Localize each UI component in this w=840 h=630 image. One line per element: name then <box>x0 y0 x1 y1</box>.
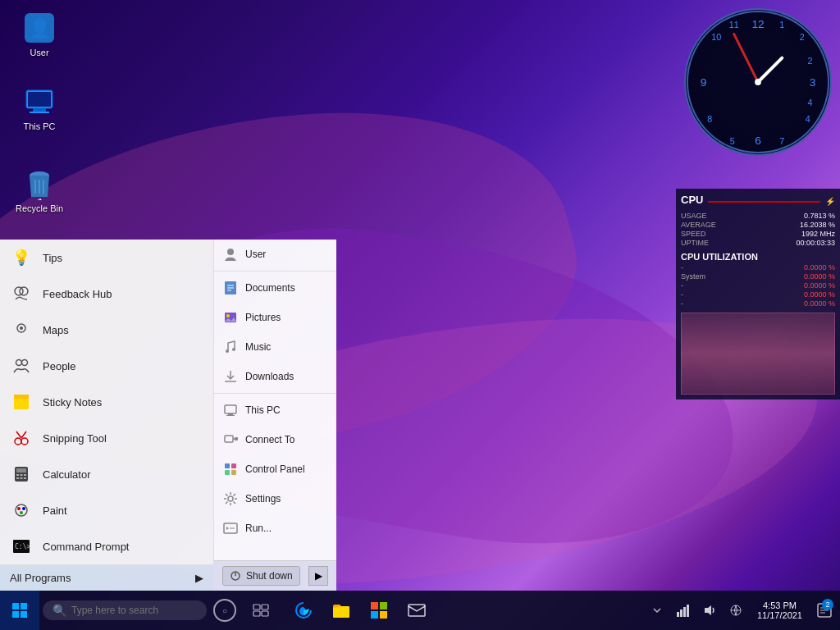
run-menu-icon <box>222 520 239 536</box>
svg-text:1: 1 <box>779 20 784 30</box>
power-icon <box>230 570 241 582</box>
people-icon <box>10 354 33 377</box>
start-menu-item-calculator[interactable]: Calculator <box>0 456 213 492</box>
desktop: 👤 User This PC ♻ Recycle Bin <box>0 0 840 630</box>
svg-point-34 <box>15 438 21 445</box>
cortana-button[interactable]: ○ <box>207 592 243 628</box>
tray-sound-button[interactable] <box>698 592 721 628</box>
start-menu-item-sticky-notes[interactable]: Sticky Notes <box>0 384 213 420</box>
shutdown-button[interactable]: Shut down <box>222 566 300 586</box>
cpu-average-label: AVERAGE <box>681 221 716 229</box>
paint-icon <box>10 499 33 522</box>
desktop-icon-recycle-bin[interactable]: ♻ Recycle Bin <box>7 164 72 217</box>
right-menu-item-connect-to[interactable]: Connect To <box>214 425 336 454</box>
svg-text:7: 7 <box>779 136 784 146</box>
file-explorer-icon <box>331 600 351 620</box>
user-menu-icon <box>222 246 239 262</box>
right-menu-item-pictures[interactable]: Pictures <box>214 303 336 332</box>
right-menu-item-music[interactable]: Music <box>214 332 336 362</box>
all-programs-button[interactable]: All Programs ▶ <box>0 564 213 591</box>
paint-label: Paint <box>43 504 67 517</box>
svg-text:👤: 👤 <box>29 17 52 39</box>
cpu-util-row-3: - 0.0000 % <box>681 290 835 299</box>
clock-date: 11/17/2021 <box>757 610 802 620</box>
right-menu-item-user[interactable]: User <box>214 240 336 269</box>
taskbar-pinned-apps <box>285 592 435 628</box>
right-menu-item-documents[interactable]: Documents <box>214 273 336 303</box>
clock-time: 4:53 PM <box>763 600 797 610</box>
right-menu-item-control-panel[interactable]: Control Panel <box>214 454 336 484</box>
recycle-bin-icon: ♻ <box>23 167 56 200</box>
svg-point-25 <box>755 79 761 85</box>
svg-rect-82 <box>262 605 268 609</box>
svg-rect-5 <box>28 92 51 107</box>
svg-text:♻: ♻ <box>37 198 43 200</box>
svg-rect-94 <box>687 605 689 617</box>
search-bar[interactable]: 🔍 <box>43 600 207 620</box>
right-menu-item-downloads[interactable]: Downloads <box>214 362 336 391</box>
start-button[interactable] <box>0 591 39 630</box>
music-menu-icon <box>222 339 239 355</box>
tray-view-hidden-button[interactable] <box>646 592 669 628</box>
right-menu-item-settings[interactable]: Settings <box>214 484 336 514</box>
svg-text:6: 6 <box>755 135 761 147</box>
svg-text:9: 9 <box>701 76 707 89</box>
cpu-usage-val: 0.7813 % <box>804 212 835 220</box>
tips-label: Tips <box>43 252 62 264</box>
start-menu-item-maps[interactable]: Maps <box>0 312 213 348</box>
time-display[interactable]: 4:53 PM 11/17/2021 <box>751 600 809 620</box>
svg-point-60 <box>232 348 235 351</box>
svg-rect-87 <box>380 602 387 609</box>
task-view-button[interactable] <box>243 592 279 628</box>
right-menu-item-run[interactable]: Run... <box>214 514 336 543</box>
start-menu-item-tips[interactable]: 💡 Tips <box>0 240 213 276</box>
tray-language-button[interactable] <box>724 592 747 628</box>
cpu-chart <box>681 313 835 395</box>
svg-rect-43 <box>16 477 19 479</box>
this-pc-icon <box>23 85 56 118</box>
start-menu-item-paint[interactable]: Paint <box>0 492 213 528</box>
start-menu-item-command-prompt[interactable]: C:\>_ Command Prompt <box>0 528 213 564</box>
desktop-icon-this-pc[interactable]: This PC <box>7 82 72 135</box>
right-menu-item-this-pc[interactable]: This PC <box>214 395 336 425</box>
documents-menu-icon <box>222 280 239 296</box>
svg-rect-71 <box>231 470 236 475</box>
pictures-menu-icon <box>222 309 239 326</box>
svg-rect-80 <box>21 611 27 618</box>
start-menu-item-people[interactable]: People <box>0 348 213 384</box>
this-pc-icon-label: This PC <box>23 121 55 132</box>
shutdown-bar: Shut down ▶ <box>214 560 336 591</box>
svg-point-29 <box>20 326 23 330</box>
pictures-menu-label: Pictures <box>245 312 281 323</box>
cpu-util-row-4: - 0.0000 % <box>681 299 835 308</box>
svg-text:2: 2 <box>808 56 813 66</box>
cpu-usage-label: USAGE <box>681 212 707 220</box>
shutdown-arrow-button[interactable]: ▶ <box>308 566 328 586</box>
taskbar-mail-button[interactable] <box>399 592 435 628</box>
taskbar-store-button[interactable] <box>361 592 397 628</box>
taskbar-edge-button[interactable] <box>285 592 322 628</box>
taskbar-explorer-button[interactable] <box>323 592 359 628</box>
shutdown-arrow-icon: ▶ <box>315 570 322 582</box>
start-menu-item-snipping-tool[interactable]: Snipping Tool <box>0 420 213 456</box>
maps-label: Maps <box>43 324 69 336</box>
connect-to-menu-icon <box>222 431 239 448</box>
svg-rect-63 <box>228 413 233 415</box>
sticky-notes-label: Sticky Notes <box>43 396 102 409</box>
desktop-icon-user[interactable]: 👤 User <box>7 8 72 62</box>
start-menu-item-feedback-hub[interactable]: Feedback Hub <box>0 276 213 312</box>
cpu-average-row: AVERAGE 16.2038 % <box>681 221 835 229</box>
svg-rect-84 <box>262 611 268 616</box>
search-input[interactable] <box>71 605 194 616</box>
tray-network-button[interactable] <box>672 592 695 628</box>
clock-widget: 12 3 6 9 2 4 10 8 11 1 2 4 7 5 <box>684 8 832 189</box>
notification-center-button[interactable]: 2 <box>812 592 837 628</box>
cpu-uptime-row: UPTIME 00:00:03:33 <box>681 239 835 247</box>
svg-rect-81 <box>253 605 260 609</box>
user-menu-label: User <box>245 249 266 260</box>
svg-text:12: 12 <box>751 18 764 30</box>
svg-text:2: 2 <box>800 32 805 42</box>
svg-rect-70 <box>225 470 230 475</box>
svg-text:4: 4 <box>806 114 810 124</box>
recycle-bin-icon-label: Recycle Bin <box>16 203 63 214</box>
